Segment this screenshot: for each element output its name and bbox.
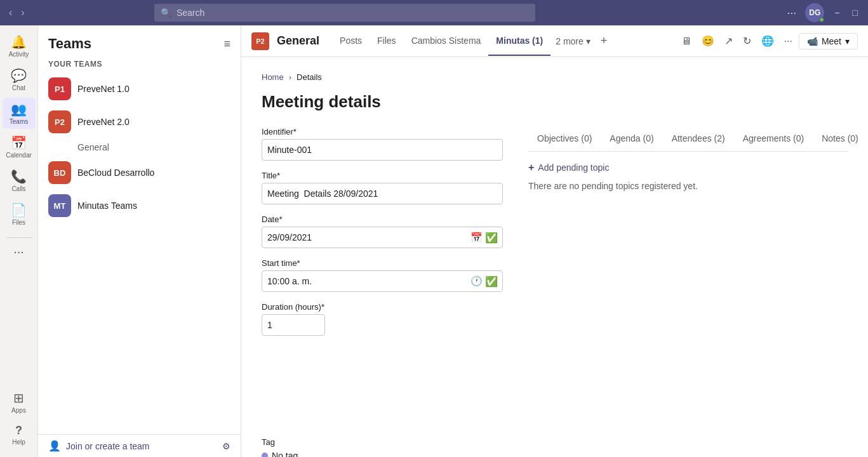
- nav-arrows: ‹ ›: [5, 4, 29, 21]
- time-check-icon: ✅: [485, 275, 498, 288]
- online-indicator: [819, 17, 824, 22]
- team-avatar-prevenet1: P1: [48, 77, 71, 100]
- chevron-down-icon: ▾: [845, 36, 850, 46]
- start-time-input[interactable]: [262, 270, 503, 292]
- team-name-minutas: Minutas Teams: [77, 201, 216, 211]
- channel-name: General: [277, 34, 319, 48]
- expand-icon[interactable]: ↗: [721, 31, 737, 51]
- add-pending-button[interactable]: + Add pending topic: [528, 162, 848, 173]
- tab-objectives[interactable]: Objectives (0): [528, 127, 601, 151]
- add-tab-button[interactable]: +: [596, 25, 613, 56]
- title-label: Title*: [262, 171, 503, 180]
- maximize-button[interactable]: □: [848, 5, 863, 20]
- avatar[interactable]: DG: [805, 3, 824, 22]
- tab-attendees[interactable]: Attendees (2): [663, 127, 734, 151]
- channel-header: P2 General Posts Files Cambios Sistema M…: [241, 25, 868, 57]
- globe-icon[interactable]: 🌐: [758, 31, 778, 51]
- forward-button[interactable]: ›: [17, 4, 28, 21]
- join-team[interactable]: 👤 Join or create a team ⚙: [38, 434, 241, 457]
- breadcrumb-current: Details: [297, 72, 322, 82]
- apps-icon: ⊞: [13, 390, 24, 406]
- sidebar-item-help[interactable]: ? Help: [3, 420, 36, 449]
- sidebar-icons: 🔔 Activity 💬 Chat 👥 Teams 📅 Calendar 📞 C…: [0, 25, 38, 457]
- search-icon: 🔍: [161, 8, 171, 18]
- tab-agenda[interactable]: Agenda (0): [601, 127, 662, 151]
- main-content: P2 General Posts Files Cambios Sistema M…: [241, 25, 868, 457]
- files-icon: 📄: [11, 202, 27, 218]
- sidebar-item-calls[interactable]: 📞 Calls: [3, 165, 36, 196]
- detail-layout: Identifier* Title* Date* 📅 ✅: [262, 127, 848, 457]
- sidebar-item-calendar[interactable]: 📅 Calendar: [3, 131, 36, 162]
- form-section: Identifier* Title* Date* 📅 ✅: [262, 127, 503, 457]
- sidebar-item-chat[interactable]: 💬 Chat: [3, 64, 36, 95]
- channel-more-button[interactable]: ···: [780, 32, 796, 51]
- breadcrumb-home[interactable]: Home: [262, 72, 284, 82]
- sidebar-item-activity[interactable]: 🔔 Activity: [3, 30, 36, 62]
- duration-label: Duration (hours)*: [262, 302, 503, 312]
- search-bar[interactable]: 🔍: [154, 4, 535, 22]
- tab-cambios[interactable]: Cambios Sistema: [404, 27, 489, 56]
- top-right-actions: ··· DG − □: [783, 3, 863, 22]
- video-icon[interactable]: 🖥: [678, 32, 695, 51]
- title-input[interactable]: [262, 183, 503, 204]
- calendar-icon: 📅: [11, 135, 27, 150]
- channel-actions: 🖥 😊 ↗ ↻ 🌐 ··· 📹 Meet ▾: [678, 31, 858, 51]
- clock-icon: 🕐: [471, 275, 483, 287]
- team-item-becloud[interactable]: BD BeCloud Desarrollo ···: [38, 156, 241, 189]
- start-time-input-wrapper: 🕐 ✅: [262, 270, 503, 292]
- date-group: Date* 📅 ✅: [262, 215, 503, 248]
- tab-more[interactable]: 2 more ▾: [551, 27, 595, 55]
- identifier-input[interactable]: [262, 139, 503, 161]
- tag-dot: [262, 453, 268, 457]
- team-name-prevenet1: PreveNet 1.0: [77, 84, 216, 94]
- identifier-label: Identifier*: [262, 127, 503, 136]
- activity-icon: 🔔: [11, 34, 27, 50]
- camera-icon: 📹: [807, 36, 818, 46]
- sidebar-item-files[interactable]: 📄 Files: [3, 199, 36, 230]
- your-teams-label: Your teams: [38, 57, 241, 72]
- app-body: 🔔 Activity 💬 Chat 👥 Teams 📅 Calendar 📞 C…: [0, 25, 868, 457]
- sidebar-item-ellipsis[interactable]: ···: [3, 241, 36, 263]
- sidebar-bottom: ⊞ Apps ? Help: [3, 387, 36, 457]
- sidebar-item-teams[interactable]: 👥 Teams: [3, 98, 36, 129]
- start-time-label: Start time*: [262, 258, 503, 268]
- settings-icon[interactable]: ⚙: [222, 441, 230, 451]
- team-item-minutas[interactable]: MT Minutas Teams ···: [38, 189, 241, 222]
- top-bar: ‹ › 🔍 ··· DG − □: [0, 0, 868, 25]
- duration-input[interactable]: [262, 314, 325, 336]
- start-time-group: Start time* 🕐 ✅: [262, 258, 503, 292]
- team-avatar-becloud: BD: [48, 161, 71, 184]
- minimize-button[interactable]: −: [829, 5, 845, 20]
- tag-select[interactable]: No tag: [262, 451, 503, 457]
- channel-tabs: Posts Files Cambios Sistema Minutas (1) …: [332, 25, 612, 56]
- breadcrumb: Home › Details: [262, 72, 848, 82]
- meet-button[interactable]: 📹 Meet ▾: [799, 33, 858, 50]
- team-name-prevenet2: PreveNet 2.0: [77, 117, 216, 127]
- tag-section: Tag No tag: [262, 437, 503, 457]
- tab-notes[interactable]: Notes (0): [813, 127, 867, 151]
- ellipsis-icon: ···: [13, 244, 24, 259]
- calendar-input-icon: 📅: [471, 232, 483, 243]
- help-icon: ?: [15, 424, 22, 437]
- identifier-group: Identifier*: [262, 127, 503, 161]
- team-item-prevenet2[interactable]: P2 PreveNet 2.0 ···: [38, 105, 241, 138]
- refresh-icon[interactable]: ↻: [739, 31, 755, 51]
- date-input-wrapper: 📅 ✅: [262, 227, 503, 248]
- more-options-button[interactable]: ···: [783, 5, 800, 21]
- tab-agreements[interactable]: Agreements (0): [734, 127, 813, 151]
- search-input[interactable]: [177, 8, 529, 18]
- sidebar-item-apps[interactable]: ⊞ Apps: [3, 387, 36, 418]
- channel-item-general[interactable]: General: [38, 138, 241, 156]
- back-button[interactable]: ‹: [5, 4, 16, 21]
- team-item-prevenet1[interactable]: P1 PreveNet 1.0 ···: [38, 72, 241, 105]
- teams-icon: 👥: [11, 102, 27, 117]
- tab-posts[interactable]: Posts: [332, 27, 370, 56]
- date-input[interactable]: [262, 227, 503, 248]
- tab-minutas[interactable]: Minutas (1): [488, 27, 551, 56]
- tab-files[interactable]: Files: [370, 27, 404, 56]
- join-team-icon: 👤: [48, 440, 61, 452]
- filter-button[interactable]: ≡: [224, 37, 230, 51]
- tag-current-value: No tag: [272, 451, 298, 457]
- emoji-icon[interactable]: 😊: [698, 31, 718, 51]
- calls-icon: 📞: [11, 169, 27, 184]
